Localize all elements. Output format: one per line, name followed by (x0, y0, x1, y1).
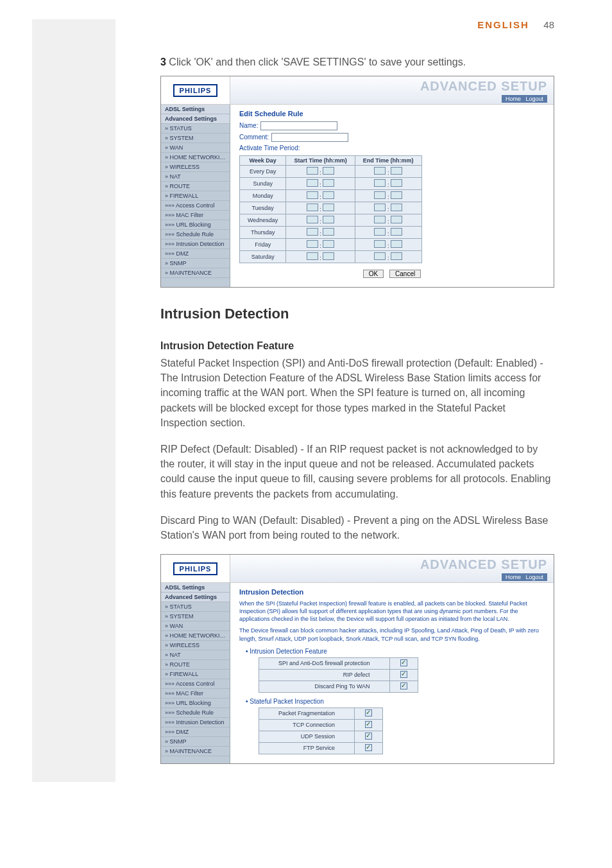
start-hh[interactable] (307, 179, 318, 187)
checkbox-icon[interactable] (400, 671, 407, 678)
cancel-button[interactable]: Cancel (389, 270, 421, 278)
sidebar-item[interactable]: »»» Access Control (161, 679, 230, 689)
end-hh[interactable] (374, 216, 386, 223)
sidebar-item[interactable]: » SYSTEM (161, 612, 230, 621)
logout-link[interactable]: Logout (525, 96, 543, 102)
sidebar-item[interactable]: »»» URL Blocking (161, 220, 230, 230)
sidebar-item[interactable]: » ROUTE (161, 182, 230, 191)
start-hh[interactable] (307, 204, 318, 211)
end-hh[interactable] (374, 204, 386, 211)
start-mm[interactable] (323, 252, 334, 260)
col-weekday: Week Day (240, 156, 286, 166)
left-margin-band (32, 19, 115, 782)
end-mm[interactable] (391, 252, 402, 260)
ok-button[interactable]: OK (363, 270, 384, 278)
feature-label: FTP Service (259, 742, 355, 754)
end-mm[interactable] (391, 167, 402, 175)
sidebar-item[interactable]: »»» Intrusion Detection (161, 718, 230, 727)
sidebar-item[interactable]: ADSL Settings (161, 583, 230, 593)
table-row: Thursday : : (240, 227, 422, 239)
sidebar-item[interactable]: »»» Schedule Rule (161, 230, 230, 239)
sidebar-item[interactable]: »»» DMZ (161, 249, 230, 259)
end-mm[interactable] (391, 204, 402, 211)
start-hh[interactable] (307, 216, 318, 223)
sidebar-item[interactable]: » WIRELESS (161, 162, 230, 172)
sidebar-item[interactable]: » MAINTENANCE (161, 268, 230, 278)
end-mm[interactable] (391, 216, 402, 223)
start-hh[interactable] (307, 228, 318, 236)
end-hh[interactable] (374, 228, 386, 236)
sidebar-item[interactable]: » STATUS (161, 124, 230, 134)
table-row: Saturday : : (240, 251, 422, 263)
name-label: Name: (239, 122, 258, 129)
day-cell: Every Day (240, 166, 286, 178)
sidebar-item[interactable]: » NAT (161, 172, 230, 182)
sidebar-item[interactable]: » NAT (161, 650, 230, 660)
sidebar-item[interactable]: Advanced Settings (161, 593, 230, 602)
sidebar-item[interactable]: ADSL Settings (161, 105, 230, 114)
name-input[interactable] (260, 121, 337, 130)
sidebar-item[interactable]: » FIREWALL (161, 670, 230, 679)
sidebar-item[interactable]: » WAN (161, 621, 230, 631)
sidebar-item[interactable]: » STATUS (161, 602, 230, 612)
checkbox-icon[interactable] (365, 733, 372, 740)
start-mm[interactable] (323, 179, 334, 187)
sidebar-item[interactable]: »»» Schedule Rule (161, 708, 230, 718)
sidebar-item[interactable]: » ROUTE (161, 660, 230, 670)
paragraph-ping: Discard Ping to WAN (Default: Disabled) … (160, 513, 554, 542)
sidebar-item[interactable]: »»» URL Blocking (161, 699, 230, 708)
start-mm[interactable] (323, 204, 334, 211)
logout-link[interactable]: Logout (525, 574, 543, 580)
checkbox-icon[interactable] (365, 709, 372, 716)
sidebar-item[interactable]: »»» Intrusion Detection (161, 239, 230, 249)
sidebar-item[interactable]: » SYSTEM (161, 134, 230, 143)
comment-input[interactable] (271, 133, 348, 142)
table-row: Tuesday : : (240, 202, 422, 214)
sidebar-item[interactable]: » MAINTENANCE (161, 747, 230, 756)
start-mm[interactable] (323, 240, 334, 248)
sidebar-item[interactable]: » SNMP (161, 737, 230, 747)
sidebar-item[interactable]: Advanced Settings (161, 114, 230, 124)
end-mm[interactable] (391, 191, 402, 199)
end-mm[interactable] (391, 240, 402, 248)
checkbox-icon[interactable] (365, 744, 372, 751)
panel-title: Edit Schedule Rule (239, 110, 545, 117)
feature-table-2: Packet FragmentationTCP ConnectionUDP Se… (259, 707, 383, 754)
checkbox-icon[interactable] (400, 659, 407, 666)
start-cell: : (286, 227, 355, 239)
start-hh[interactable] (307, 240, 318, 248)
day-cell: Saturday (240, 251, 286, 263)
start-mm[interactable] (323, 228, 334, 236)
start-hh[interactable] (307, 252, 318, 260)
sidebar-item[interactable]: »»» Access Control (161, 201, 230, 211)
checkbox-icon[interactable] (365, 721, 372, 728)
home-link[interactable]: Home (506, 574, 521, 580)
end-hh[interactable] (374, 252, 386, 260)
sidebar-item[interactable]: »»» MAC Filter (161, 689, 230, 699)
end-hh[interactable] (374, 191, 386, 199)
sidebar-item[interactable]: »»» MAC Filter (161, 211, 230, 220)
sidebar-item[interactable]: » HOME NETWORKING (161, 153, 230, 162)
table-row: TCP Connection (259, 719, 383, 731)
end-cell: : (355, 251, 421, 263)
end-hh[interactable] (374, 240, 386, 248)
sidebar-item[interactable]: » WIRELESS (161, 641, 230, 650)
start-mm[interactable] (323, 191, 334, 199)
end-mm[interactable] (391, 228, 402, 236)
panel-title: Intrusion Detection (239, 588, 545, 596)
sidebar-item[interactable]: » HOME NETWORKING (161, 631, 230, 641)
sidebar-item[interactable]: » WAN (161, 143, 230, 153)
sidebar-item[interactable]: »»» DMZ (161, 727, 230, 737)
end-hh[interactable] (374, 167, 386, 175)
sidebar-item[interactable]: » FIREWALL (161, 191, 230, 201)
end-hh[interactable] (374, 179, 386, 187)
start-hh[interactable] (307, 191, 318, 199)
start-mm[interactable] (323, 167, 334, 175)
end-mm[interactable] (391, 179, 402, 187)
start-hh[interactable] (307, 167, 318, 175)
start-mm[interactable] (323, 216, 334, 223)
feature-label: TCP Connection (259, 719, 355, 731)
home-link[interactable]: Home (506, 96, 521, 102)
checkbox-icon[interactable] (400, 682, 407, 690)
sidebar-item[interactable]: » SNMP (161, 259, 230, 268)
